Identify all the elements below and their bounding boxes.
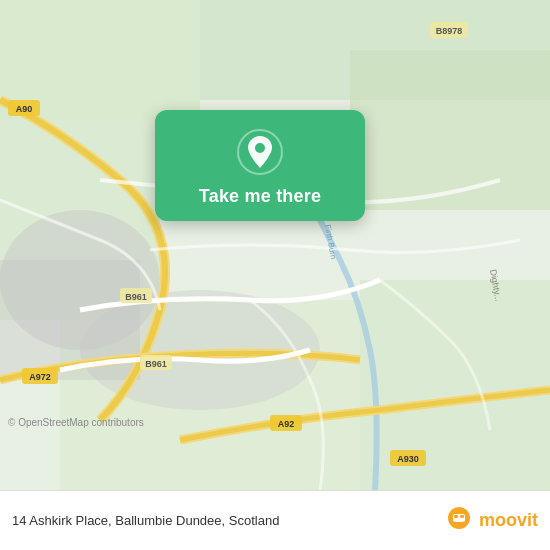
svg-rect-6 [360,280,550,490]
location-pin-icon [236,128,284,176]
svg-text:B961: B961 [125,292,147,302]
svg-rect-4 [350,50,550,210]
svg-point-33 [461,521,464,524]
take-me-there-card[interactable]: Take me there [155,110,365,221]
address-text: 14 Ashkirk Place, Ballumbie Dundee, Scot… [12,513,443,528]
take-me-there-label: Take me there [199,186,321,207]
svg-point-27 [255,143,265,153]
svg-rect-30 [454,515,458,518]
svg-text:A972: A972 [29,372,51,382]
moovit-icon [443,505,475,537]
svg-text:A90: A90 [16,104,33,114]
bottom-bar: 14 Ashkirk Place, Ballumbie Dundee, Scot… [0,490,550,550]
svg-rect-31 [460,515,464,518]
svg-text:A92: A92 [278,419,295,429]
svg-text:A930: A930 [397,454,419,464]
moovit-brand-name: moovit [479,510,538,531]
svg-point-32 [453,521,456,524]
svg-text:B961: B961 [145,359,167,369]
map-container: A90 A972 A92 A930 B8978 B961 B961 Dighty… [0,0,550,490]
moovit-logo: moovit [443,505,538,537]
copyright-text: © OpenStreetMap contributors [8,417,144,428]
svg-text:B8978: B8978 [436,26,463,36]
